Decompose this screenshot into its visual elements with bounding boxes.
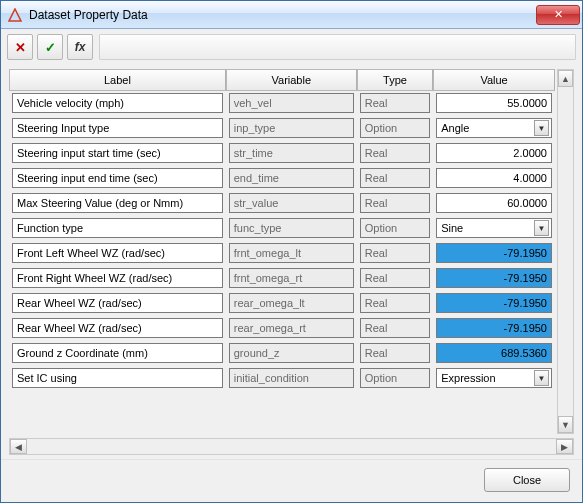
variable-cell: str_time — [229, 143, 354, 163]
fx-icon: fx — [75, 40, 86, 54]
title-bar: Dataset Property Data ✕ — [1, 1, 582, 29]
type-cell: Real — [360, 168, 430, 188]
type-cell: Real — [360, 93, 430, 113]
scroll-left-icon[interactable]: ◀ — [10, 439, 27, 454]
value-cell[interactable]: 55.0000 — [436, 93, 552, 113]
fx-button[interactable]: fx — [67, 34, 93, 60]
scroll-down-icon[interactable]: ▼ — [558, 416, 573, 433]
chevron-down-icon[interactable]: ▼ — [534, 370, 549, 386]
window-close-button[interactable]: ✕ — [536, 5, 580, 25]
horizontal-scrollbar[interactable]: ◀ ▶ — [9, 438, 574, 455]
value-cell[interactable]: 2.0000 — [436, 143, 552, 163]
value-cell[interactable]: 689.5360 — [436, 343, 552, 363]
cancel-button[interactable]: ✕ — [7, 34, 33, 60]
type-cell: Option — [360, 118, 430, 138]
toolbar: ✕ ✓ fx — [1, 29, 582, 63]
variable-cell: rear_omega_rt — [229, 318, 354, 338]
window-title: Dataset Property Data — [29, 8, 536, 22]
toolbar-spacer — [99, 34, 576, 60]
value-cell[interactable]: 60.0000 — [436, 193, 552, 213]
value-select-text: Angle — [441, 122, 534, 134]
close-button-label: Close — [513, 474, 541, 486]
type-cell: Real — [360, 343, 430, 363]
type-cell: Real — [360, 268, 430, 288]
type-cell: Option — [360, 218, 430, 238]
accept-button[interactable]: ✓ — [37, 34, 63, 60]
body-area: Label Variable Type Value Vehicle veloci… — [1, 63, 582, 459]
variable-cell: rear_omega_lt — [229, 293, 354, 313]
value-cell[interactable]: -79.1950 — [436, 293, 552, 313]
value-cell[interactable]: -79.1950 — [436, 243, 552, 263]
variable-cell: veh_vel — [229, 93, 354, 113]
label-cell[interactable]: Front Right Wheel WZ (rad/sec) — [12, 268, 223, 288]
value-select-text: Sine — [441, 222, 534, 234]
type-cell: Real — [360, 193, 430, 213]
value-cell[interactable]: -79.1950 — [436, 318, 552, 338]
table-row: Function typefunc_typeOptionSine▼ — [9, 216, 555, 241]
grid-wrap: Label Variable Type Value Vehicle veloci… — [9, 69, 574, 434]
scroll-right-icon[interactable]: ▶ — [556, 439, 573, 454]
label-cell[interactable]: Rear Wheel WZ (rad/sec) — [12, 318, 223, 338]
label-cell[interactable]: Function type — [12, 218, 223, 238]
value-cell[interactable]: -79.1950 — [436, 268, 552, 288]
col-header-variable[interactable]: Variable — [226, 69, 357, 91]
value-select-text: Expression — [441, 372, 534, 384]
table-row: Rear Wheel WZ (rad/sec)rear_omega_rtReal… — [9, 316, 555, 341]
value-select[interactable]: Expression▼ — [436, 368, 552, 388]
close-button[interactable]: Close — [484, 468, 570, 492]
variable-cell: end_time — [229, 168, 354, 188]
grid-header-row: Label Variable Type Value — [9, 69, 555, 91]
col-header-value[interactable]: Value — [433, 69, 555, 91]
table-row: Ground z Coordinate (mm)ground_zReal689.… — [9, 341, 555, 366]
type-cell: Real — [360, 293, 430, 313]
type-cell: Option — [360, 368, 430, 388]
app-icon — [7, 7, 23, 23]
label-cell[interactable]: Front Left Wheel WZ (rad/sec) — [12, 243, 223, 263]
table-row: Front Right Wheel WZ (rad/sec)frnt_omega… — [9, 266, 555, 291]
table-row: Front Left Wheel WZ (rad/sec)frnt_omega_… — [9, 241, 555, 266]
label-cell[interactable]: Ground z Coordinate (mm) — [12, 343, 223, 363]
variable-cell: func_type — [229, 218, 354, 238]
type-cell: Real — [360, 243, 430, 263]
variable-cell: inp_type — [229, 118, 354, 138]
type-cell: Real — [360, 143, 430, 163]
dialog-footer: Close — [1, 459, 582, 502]
chevron-down-icon[interactable]: ▼ — [534, 120, 549, 136]
label-cell[interactable]: Steering Input type — [12, 118, 223, 138]
col-header-type[interactable]: Type — [357, 69, 433, 91]
label-cell[interactable]: Set IC using — [12, 368, 223, 388]
table-row: Steering input end time (sec)end_timeRea… — [9, 166, 555, 191]
grid-scroll: Label Variable Type Value Vehicle veloci… — [9, 69, 555, 434]
chevron-down-icon[interactable]: ▼ — [534, 220, 549, 236]
variable-cell: ground_z — [229, 343, 354, 363]
variable-cell: frnt_omega_rt — [229, 268, 354, 288]
table-row: Set IC usinginitial_conditionOptionExpre… — [9, 366, 555, 391]
dialog-window: Dataset Property Data ✕ ✕ ✓ fx — [0, 0, 583, 503]
label-cell[interactable]: Vehicle velocity (mph) — [12, 93, 223, 113]
cancel-icon: ✕ — [15, 40, 26, 55]
label-cell[interactable]: Steering input start time (sec) — [12, 143, 223, 163]
variable-cell: frnt_omega_lt — [229, 243, 354, 263]
value-cell[interactable]: 4.0000 — [436, 168, 552, 188]
label-cell[interactable]: Steering input end time (sec) — [12, 168, 223, 188]
table-row: Steering input start time (sec)str_timeR… — [9, 141, 555, 166]
table-row: Max Steering Value (deg or Nmm)str_value… — [9, 191, 555, 216]
property-grid: Label Variable Type Value Vehicle veloci… — [9, 69, 555, 391]
table-row: Vehicle velocity (mph)veh_velReal55.0000 — [9, 91, 555, 116]
variable-cell: initial_condition — [229, 368, 354, 388]
col-header-label[interactable]: Label — [9, 69, 226, 91]
scroll-up-icon[interactable]: ▲ — [558, 70, 573, 87]
table-row: Rear Wheel WZ (rad/sec)rear_omega_ltReal… — [9, 291, 555, 316]
vertical-scrollbar[interactable]: ▲ ▼ — [557, 69, 574, 434]
table-row: Steering Input typeinp_typeOptionAngle▼ — [9, 116, 555, 141]
value-select[interactable]: Angle▼ — [436, 118, 552, 138]
variable-cell: str_value — [229, 193, 354, 213]
close-icon: ✕ — [554, 8, 563, 20]
label-cell[interactable]: Max Steering Value (deg or Nmm) — [12, 193, 223, 213]
accept-icon: ✓ — [45, 40, 56, 55]
type-cell: Real — [360, 318, 430, 338]
value-select[interactable]: Sine▼ — [436, 218, 552, 238]
label-cell[interactable]: Rear Wheel WZ (rad/sec) — [12, 293, 223, 313]
